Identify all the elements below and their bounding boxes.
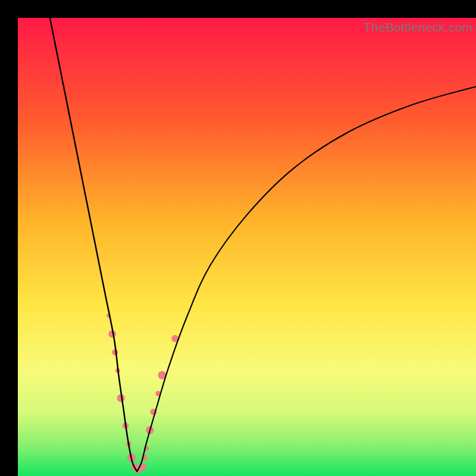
right-branch-curve bbox=[137, 87, 476, 472]
curves-layer bbox=[18, 18, 476, 476]
plot-area: TheBottleneck.com bbox=[18, 18, 476, 476]
watermark-text: TheBottleneck.com bbox=[364, 20, 472, 35]
chart-frame: TheBottleneck.com bbox=[0, 0, 476, 476]
left-branch-curve bbox=[50, 18, 137, 471]
data-marker bbox=[112, 349, 118, 355]
marker-group bbox=[107, 314, 178, 473]
